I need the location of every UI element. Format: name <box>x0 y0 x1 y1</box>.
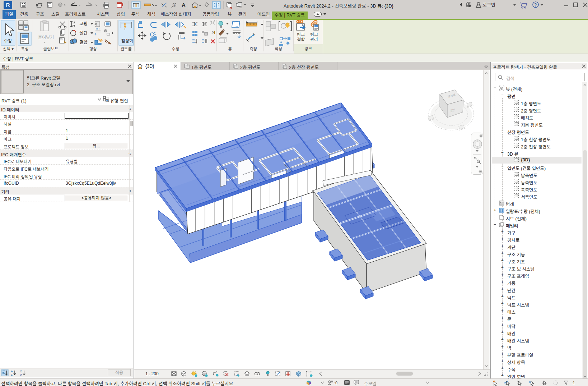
svg-text:A: A <box>182 2 186 8</box>
svg-text:절단: 절단 <box>79 31 88 36</box>
svg-text:1: 1 <box>173 3 175 6</box>
svg-text:활성화: 활성화 <box>121 38 133 43</box>
svg-text:결합: 결합 <box>79 40 88 45</box>
svg-text:결합: 결합 <box>297 37 305 42</box>
svg-text:수정: 수정 <box>4 38 12 43</box>
svg-text:A: A <box>20 373 22 376</box>
svg-text:붙여넣기: 붙여넣기 <box>38 35 54 40</box>
svg-text:링크: 링크 <box>297 32 305 37</box>
svg-text:코핑: 코핑 <box>79 21 88 26</box>
svg-text:링크: 링크 <box>310 32 318 37</box>
svg-text:Z: Z <box>11 373 13 376</box>
svg-text::1: :1 <box>571 381 575 385</box>
svg-text:?: ? <box>534 3 537 8</box>
svg-text:로그인: 로그인 <box>482 2 495 8</box>
svg-text:Z: Z <box>20 370 22 373</box>
svg-text:관리: 관리 <box>310 37 318 42</box>
svg-text:A: A <box>11 370 13 373</box>
svg-text::0: :0 <box>334 381 337 385</box>
